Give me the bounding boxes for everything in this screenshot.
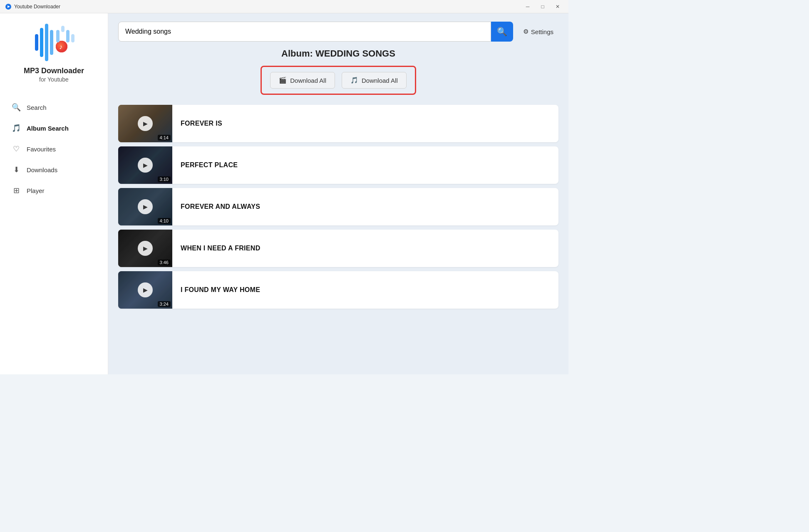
search-bar-container: 🔍 ⚙ Settings	[108, 13, 568, 48]
song-info-2: PERFECT PLACE	[172, 161, 558, 169]
song-thumbnail-3: ▶ 4:10	[118, 188, 172, 225]
svg-rect-3	[40, 28, 43, 57]
song-title-3: FOREVER AND ALWAYS	[181, 203, 550, 210]
sidebar-label-player: Player	[27, 187, 45, 194]
app-icon	[5, 3, 12, 10]
svg-rect-2	[35, 34, 38, 51]
app-subtitle: for Youtube	[39, 76, 69, 83]
logo-container: ♪ MP3 Downloader for Youtube	[24, 22, 84, 83]
play-button-4[interactable]: ▶	[138, 241, 153, 256]
audio-download-icon: 🎵	[350, 77, 358, 84]
download-all-video-button[interactable]: 🎬 Download All	[270, 72, 335, 89]
song-thumbnail-4: ▶ 3:46	[118, 230, 172, 267]
titlebar: Youtube Downloader ─ □ ✕	[0, 0, 568, 13]
search-input-wrapper: 🔍	[118, 22, 513, 42]
svg-rect-11	[66, 30, 69, 42]
titlebar-left: Youtube Downloader	[5, 3, 60, 10]
song-info-1: FOREVER IS	[172, 120, 558, 127]
list-item: ▶ 3:10 PERFECT PLACE	[118, 146, 558, 184]
song-title-4: WHEN I NEED A FRIEND	[181, 245, 550, 252]
list-item: ▶ 3:24 I FOUND MY WAY HOME	[118, 271, 558, 309]
download-all-video-label: Download All	[290, 77, 326, 84]
svg-rect-10	[61, 26, 65, 32]
app-name: MP3 Downloader	[24, 67, 84, 75]
logo-icon: ♪	[33, 22, 75, 63]
duration-badge-3: 4:10	[158, 218, 171, 224]
play-button-1[interactable]: ▶	[138, 116, 153, 131]
song-thumbnail-1: ▶ 4:14	[118, 105, 172, 142]
song-info-4: WHEN I NEED A FRIEND	[172, 245, 558, 252]
svg-rect-9	[56, 30, 60, 42]
sidebar-item-album-search[interactable]: 🎵 Album Search	[0, 118, 108, 139]
play-button-5[interactable]: ▶	[138, 282, 153, 297]
sidebar-label-favourites: Favourites	[27, 146, 56, 153]
list-item: ▶ 4:14 FOREVER IS	[118, 105, 558, 142]
settings-button[interactable]: ⚙ Settings	[518, 25, 558, 39]
player-icon: ⊞	[12, 186, 21, 195]
duration-badge-1: 4:14	[158, 135, 171, 141]
sidebar-label-downloads: Downloads	[27, 166, 57, 173]
download-all-audio-label: Download All	[362, 77, 398, 84]
sidebar-item-favourites[interactable]: ♡ Favourites	[0, 139, 108, 159]
duration-badge-5: 3:24	[158, 301, 171, 307]
download-icon: ⬇	[12, 165, 21, 174]
heart-icon: ♡	[12, 144, 21, 153]
gear-icon: ⚙	[523, 28, 529, 35]
album-title: Album: WEDDING SONGS	[118, 48, 558, 59]
titlebar-controls: ─ □ ✕	[522, 2, 563, 11]
svg-text:♪: ♪	[59, 43, 62, 50]
list-item: ▶ 4:10 FOREVER AND ALWAYS	[118, 188, 558, 225]
svg-rect-12	[71, 34, 74, 42]
sidebar-label-search: Search	[27, 104, 47, 111]
music-note-icon: 🎵	[12, 124, 21, 133]
nav-menu: 🔍 Search 🎵 Album Search ♡ Favourites ⬇ D…	[0, 97, 108, 201]
app-body: ♪ MP3 Downloader for Youtube 🔍 Search 🎵 …	[0, 13, 568, 374]
minimize-button[interactable]: ─	[522, 2, 534, 11]
search-button-icon: 🔍	[497, 27, 507, 37]
content-area: 🔍 ⚙ Settings Album: WEDDING SONGS 🎬 Down…	[108, 13, 568, 374]
search-input[interactable]	[118, 22, 491, 42]
maximize-button[interactable]: □	[537, 2, 548, 11]
song-thumbnail-5: ▶ 3:24	[118, 271, 172, 309]
download-all-container: 🎬 Download All 🎵 Download All	[261, 66, 416, 95]
titlebar-app-name: Youtube Downloader	[14, 4, 60, 10]
search-button[interactable]: 🔍	[491, 22, 513, 42]
song-thumbnail-2: ▶ 3:10	[118, 146, 172, 184]
duration-badge-2: 3:10	[158, 176, 171, 182]
play-button-3[interactable]: ▶	[138, 199, 153, 214]
song-title-1: FOREVER IS	[181, 120, 550, 127]
sidebar: ♪ MP3 Downloader for Youtube 🔍 Search 🎵 …	[0, 13, 108, 374]
song-title-2: PERFECT PLACE	[181, 161, 550, 169]
close-button[interactable]: ✕	[552, 2, 563, 11]
download-all-audio-button[interactable]: 🎵 Download All	[342, 72, 407, 89]
play-button-2[interactable]: ▶	[138, 158, 153, 173]
settings-label: Settings	[531, 28, 553, 35]
results-area: Album: WEDDING SONGS 🎬 Download All 🎵 Do…	[108, 48, 568, 374]
video-download-icon: 🎬	[279, 77, 287, 84]
sidebar-item-downloads[interactable]: ⬇ Downloads	[0, 159, 108, 180]
svg-rect-5	[50, 30, 53, 55]
list-item: ▶ 3:46 WHEN I NEED A FRIEND	[118, 230, 558, 267]
song-list: ▶ 4:14 FOREVER IS ▶ 3:10 PERFECT	[118, 105, 558, 309]
svg-rect-4	[45, 24, 48, 61]
song-info-5: I FOUND MY WAY HOME	[172, 286, 558, 294]
sidebar-item-player[interactable]: ⊞ Player	[0, 180, 108, 201]
song-info-3: FOREVER AND ALWAYS	[172, 203, 558, 210]
song-title-5: I FOUND MY WAY HOME	[181, 286, 550, 294]
search-icon: 🔍	[12, 103, 21, 112]
sidebar-label-album-search: Album Search	[27, 125, 69, 132]
duration-badge-4: 3:46	[158, 260, 171, 265]
sidebar-item-search[interactable]: 🔍 Search	[0, 97, 108, 118]
